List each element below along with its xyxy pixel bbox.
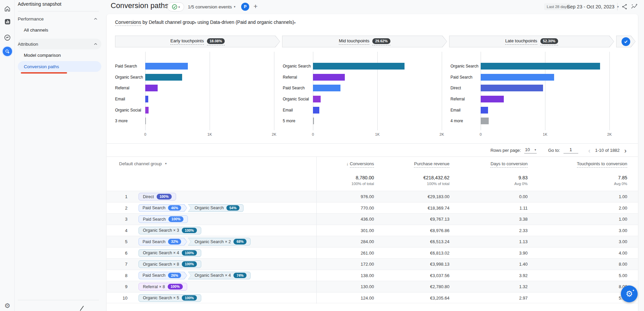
report-subtitle: Conversions by Default channel group▾ us… [115, 19, 296, 25]
chart-bar [313, 85, 340, 91]
path-chip: Paid Search46% [139, 204, 187, 212]
table-cell-value: €6,513.24 [374, 239, 449, 244]
metric-selector[interactable]: Conversions [115, 19, 141, 26]
chart-bar [313, 118, 314, 124]
stage-late[interactable]: Late touchpoints 52.30% [449, 36, 614, 47]
stage-early[interactable]: Early touchpoints 18.08% [115, 36, 280, 47]
chart-row: Email [450, 104, 609, 116]
sidebar-section-performance[interactable]: Performance [18, 13, 101, 24]
column-header-touchpoints-to-conversion[interactable]: Touchpoints to conversion [528, 161, 627, 166]
stage-conversion[interactable] [616, 36, 636, 47]
goto-label: Go to: [548, 148, 560, 153]
chart-category-label: Email [115, 97, 145, 101]
subtitle-text: using [198, 19, 209, 25]
reports-icon[interactable] [2, 16, 13, 27]
add-comparison-button[interactable]: + [252, 3, 260, 11]
share-icon[interactable] [621, 3, 628, 11]
total-touchpoints: 7.85 [528, 175, 627, 180]
table-cell-value: €3,205.64 [374, 296, 449, 301]
chip-credit-pill: 74% [233, 273, 247, 278]
chevron-down-icon: ▾ [234, 5, 235, 8]
chart-category-label: Email [283, 108, 313, 113]
stage-badge: 18.08% [207, 38, 225, 45]
chart-row: Organic Search [450, 61, 609, 72]
avatar[interactable]: P [241, 3, 249, 11]
table-cell-value: €3,998.13 [374, 262, 449, 267]
table-cell-value: 1.00 [528, 194, 627, 199]
advertising-icon[interactable] [2, 46, 13, 57]
table-cell-value: €6,813.02 [374, 251, 449, 256]
chart-row: 4 more [450, 116, 609, 127]
chip-credit-pill: 100% [182, 228, 197, 233]
total-conversions: 8,780.00 [317, 175, 374, 180]
touchpoint-chart: Organic SearchPaid SearchDirectReferralE… [450, 52, 609, 139]
column-header-days-to-conversion[interactable]: Days to conversion [449, 161, 528, 166]
chip-channel-label: Organic Search [195, 206, 224, 210]
collapse-sidebar-icon[interactable] [79, 306, 84, 311]
stage-mid[interactable]: Mid touchpoints 29.62% [282, 36, 447, 47]
column-header-purchase-revenue[interactable]: Purchase revenue [374, 161, 449, 166]
path-chip: Organic Search × 3100% [139, 227, 201, 234]
chart-row: Organic Search [115, 72, 274, 83]
settings-icon[interactable]: ⚙ [2, 300, 13, 311]
chart-row: Paid Search [115, 61, 274, 72]
dimension-selector[interactable]: Default channel group▾ [149, 19, 196, 25]
home-icon[interactable] [2, 3, 13, 14]
chip-channel-label: Paid Search [143, 206, 165, 210]
chip-credit-pill: 100% [168, 284, 183, 290]
chart-row: Referral [115, 83, 274, 94]
sidebar-item-label: Model comparison [24, 53, 61, 58]
dimension-header-select[interactable]: Default channel group ▾ [115, 161, 167, 166]
touchpoint-chart: Paid SearchOrganic SearchReferralEmailOr… [115, 52, 274, 139]
table-row: 3Paid Search100%436.00€9,767.133.381.00 [107, 213, 638, 225]
chart-bar [145, 107, 149, 114]
ai-settings-fab[interactable]: ⚙ ✦ [621, 285, 638, 302]
chip-channel-label: Referral × 8 [143, 284, 165, 289]
chevron-down-icon: ▾ [294, 21, 296, 25]
chip-channel-label: Paid Search [143, 239, 165, 244]
path-chip: Organic Search54% [188, 204, 244, 212]
sidebar-item-conversion-paths[interactable]: Conversion paths [18, 61, 101, 72]
table-cell-value: €18,369.74 [374, 206, 449, 211]
x-axis-tick: 2K [272, 132, 276, 136]
sidebar-item-all-channels[interactable]: All channels [18, 25, 101, 35]
sidebar-divider [18, 11, 99, 11]
table-cell-value: 172.00 [317, 262, 374, 267]
table-cell-value: 8.00 [528, 284, 627, 289]
chip-credit-pill: 100% [182, 250, 197, 256]
model-selector[interactable]: Data-driven (Paid and organic channels)▾ [210, 19, 296, 25]
next-page-button[interactable]: › [623, 147, 628, 154]
goto-page-input[interactable]: 1 [564, 147, 578, 153]
chart-bar [145, 63, 188, 70]
date-range-value: Sep 23 - Oct 20, 2023 [567, 4, 614, 9]
table-totals-row: 8,780.00100% of total €218,432.62100% of… [107, 171, 638, 190]
table-cell-value: 130.00 [317, 284, 374, 289]
table-cell-value: 4.00 [528, 251, 627, 256]
report-status-button[interactable]: ▾ [167, 2, 184, 11]
row-number: 6 [119, 251, 127, 256]
prev-page-button[interactable]: ‹ [587, 147, 592, 154]
x-axis-tick: 0 [480, 132, 482, 136]
conversion-events-selector[interactable]: 1/5 conversion events ▾ [188, 0, 235, 13]
chart-bar [481, 107, 488, 114]
chip-channel-label: Direct [143, 194, 154, 199]
table-cell-value: 261.00 [317, 251, 374, 256]
chart-row: 3 more [115, 116, 274, 127]
chip-channel-label: Organic Search × 2 [195, 239, 231, 244]
x-axis-tick: 2K [439, 132, 444, 136]
chart-bar [313, 63, 405, 70]
section-label: Performance [18, 16, 44, 21]
chart-row: Organic Search [283, 61, 442, 72]
rows-per-page-select[interactable]: 10 ▾ [524, 147, 537, 153]
insights-icon[interactable] [631, 3, 638, 12]
date-range-picker[interactable]: Sep 23 - Oct 20, 2023 ▾ [567, 0, 619, 13]
chart-bar [481, 74, 554, 81]
chart-category-label: Organic Social [115, 108, 145, 113]
column-header-conversions[interactable]: ↓ Conversions [317, 161, 374, 166]
chart-row: Email [283, 104, 442, 116]
explore-icon[interactable] [2, 32, 13, 43]
sidebar-item-model-comparison[interactable]: Model comparison [18, 50, 101, 60]
chart-row: Paid Search [450, 72, 609, 83]
table-cell-value: 5.00 [528, 273, 627, 278]
sidebar-section-attribution[interactable]: Attribution [18, 39, 101, 49]
